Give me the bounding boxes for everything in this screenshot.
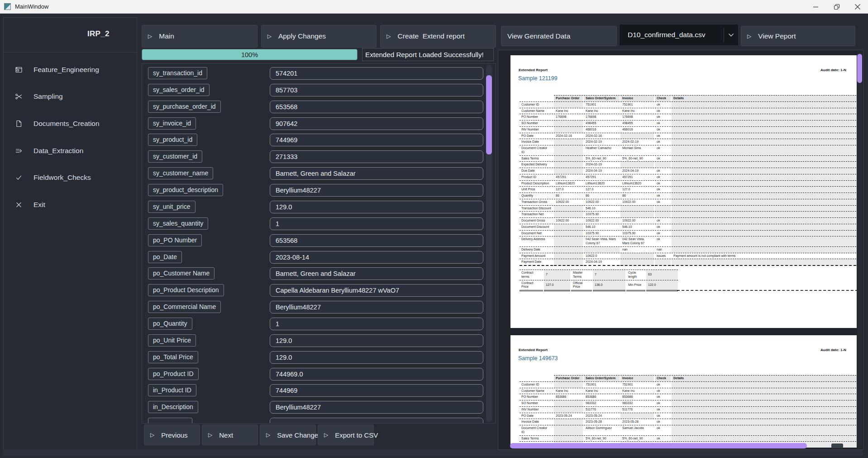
create-extend-report-button[interactable]: ▷ Create Extend report bbox=[380, 25, 496, 48]
form-row: po_Customer Name bbox=[142, 267, 496, 280]
contract-row: Contract Price127.0Official Price136.0Mi… bbox=[520, 280, 678, 292]
field-input-sy_customer_name[interactable] bbox=[270, 167, 483, 180]
report-vscroll-thumb[interactable] bbox=[857, 54, 862, 83]
report-row: Invoice Date2024-02-192024-02-19ok bbox=[520, 139, 857, 145]
sidebar-item-fieldwork_checks[interactable]: Fieldwork_Checks bbox=[4, 164, 137, 191]
field-input-partial[interactable] bbox=[270, 418, 483, 424]
field-label: po_PO Number bbox=[148, 234, 202, 246]
field-input-sy_customer_id[interactable] bbox=[270, 150, 483, 163]
main-button[interactable]: ▷ Main bbox=[142, 25, 258, 48]
minimize-button[interactable] bbox=[806, 0, 826, 13]
form-row: sy_product_description bbox=[142, 184, 496, 197]
field-input-sy_sales_quantity[interactable] bbox=[270, 217, 483, 230]
field-input-sy_sales_order_id[interactable] bbox=[270, 84, 483, 96]
sidebar-item-data_extraction[interactable]: Data_Extraction bbox=[4, 137, 137, 164]
field-input-po_Customer Name[interactable] bbox=[270, 267, 483, 280]
report-row: PO Number176698176698176698ok bbox=[520, 114, 857, 120]
field-input-po_Commercial Name[interactable] bbox=[270, 301, 483, 313]
report-row: Quantity868686ok bbox=[520, 193, 857, 199]
field-label: sy_customer_id bbox=[148, 150, 202, 163]
form-row: sy_sales_quantity bbox=[142, 217, 496, 230]
field-input-sy_product_id[interactable] bbox=[270, 134, 483, 146]
form-row: sy_customer_id bbox=[142, 150, 496, 163]
field-label: po_Total Price bbox=[148, 351, 198, 363]
form-row: in_Description bbox=[142, 401, 496, 414]
field-label: sy_customer_name bbox=[148, 167, 213, 179]
sidebar-item-sampling[interactable]: Sampling bbox=[4, 83, 137, 111]
field-input-po_PO Number[interactable] bbox=[270, 234, 483, 247]
field-input-in_Description[interactable] bbox=[270, 401, 483, 414]
field-label: in_Description bbox=[148, 401, 198, 413]
sidebar-nav: Feature_Engineering Sampling Documents_C… bbox=[4, 56, 137, 218]
report-vertical-scrollbar[interactable] bbox=[857, 51, 862, 448]
field-label: po_Customer Name bbox=[148, 267, 215, 280]
sidebar-item-documents_creation[interactable]: Documents_Creation bbox=[4, 110, 137, 137]
report-row: Payment Date2024-04-19 bbox=[520, 259, 857, 266]
report-row: PO Number853686853686853686ok bbox=[520, 394, 857, 400]
report-row: Sales Terms5%_60-net_905%_60-net_90ok bbox=[520, 435, 857, 442]
form-scrollbar-thumb[interactable] bbox=[486, 75, 492, 154]
restore-button[interactable] bbox=[826, 0, 847, 13]
field-label: sy_sales_quantity bbox=[148, 217, 208, 230]
report-row: Unit Price127.0127.0127.0ok bbox=[520, 186, 857, 193]
report-horizontal-scrollbar[interactable] bbox=[499, 443, 856, 448]
close-icon bbox=[15, 201, 24, 208]
field-input-po_Product Description[interactable] bbox=[270, 284, 483, 297]
field-label: sy_invoice_id bbox=[148, 117, 196, 130]
save-changes-button[interactable]: ▷ Save Changes bbox=[260, 424, 316, 445]
field-input-sy_invoice_id[interactable] bbox=[270, 117, 483, 130]
report-row: INV Number466016466016ok bbox=[520, 126, 857, 133]
report-row: Document Creator IDAllison DominguezSamu… bbox=[520, 425, 857, 435]
apply-changes-button[interactable]: ▷ Apply Changes bbox=[261, 25, 377, 48]
sidebar: IRP_2 Feature_Engineering Sampling Docum… bbox=[3, 17, 137, 455]
field-input-sy_purchase_order_id[interactable] bbox=[270, 101, 483, 113]
field-input-po_Product ID[interactable] bbox=[270, 368, 483, 381]
view-generated-data-button[interactable]: View Genrated Data bbox=[501, 26, 617, 46]
field-label: sy_unit_price bbox=[148, 201, 196, 213]
field-input-sy_transaction_id[interactable] bbox=[270, 67, 483, 80]
field-label: po_Commercial Name bbox=[148, 301, 221, 313]
document-icon bbox=[15, 120, 24, 127]
field-label: sy_product_id bbox=[148, 134, 197, 146]
export-csv-button[interactable]: ▷ Export to CSV bbox=[318, 424, 374, 445]
field-input-sy_unit_price[interactable] bbox=[270, 201, 483, 213]
sidebar-divider bbox=[4, 52, 137, 53]
run-icon: ▷ bbox=[150, 432, 154, 438]
form-row: sy_product_id bbox=[142, 134, 496, 146]
form-row: sy_unit_price bbox=[142, 201, 496, 213]
report-row: Delivery Datenannan bbox=[520, 246, 857, 253]
field-label: sy_product_description bbox=[148, 184, 223, 196]
report-table: Purchase OrderSales Order/SystemInvoiceC… bbox=[519, 375, 857, 448]
field-label: sy_purchase_order_id bbox=[148, 101, 221, 113]
report-row: Product ID457291457291457291ok bbox=[520, 174, 857, 180]
file-select-value: D10_confirmed_data.csv bbox=[620, 31, 724, 39]
form-row: sy_sales_order_id bbox=[142, 84, 496, 96]
report-hscroll-thumb[interactable] bbox=[510, 443, 807, 448]
field-label: po_Unit Price bbox=[148, 334, 196, 347]
field-input-po_Date[interactable] bbox=[270, 251, 483, 264]
report-row: Customer ID751901751901ok bbox=[520, 381, 857, 388]
field-label: sy_transaction_id bbox=[148, 67, 207, 79]
field-label: in_Product ID bbox=[148, 384, 196, 396]
form-row: po_Date bbox=[142, 251, 496, 264]
field-input-po_Quantity[interactable] bbox=[270, 318, 483, 330]
next-button[interactable]: ▷ Next bbox=[202, 424, 258, 445]
field-input-sy_product_description[interactable] bbox=[270, 184, 483, 197]
field-input-in_Product ID[interactable] bbox=[270, 384, 483, 397]
field-input-po_Total Price[interactable] bbox=[270, 351, 483, 364]
form-scrollbar[interactable] bbox=[486, 65, 492, 422]
sidebar-item-exit[interactable]: Exit bbox=[4, 191, 137, 218]
extract-icon bbox=[15, 147, 24, 154]
field-input-po_Unit Price[interactable] bbox=[270, 334, 483, 347]
previous-button[interactable]: ▷ Previous bbox=[144, 424, 200, 445]
report-row: Customer ID751901751901ok bbox=[520, 101, 857, 108]
report-preview-panel: Extended Report Audit date: 1-N Sample 1… bbox=[498, 50, 863, 450]
view-report-button[interactable]: ▷ View Peport bbox=[741, 26, 855, 46]
sidebar-item-feature_engineering[interactable]: Feature_Engineering bbox=[4, 56, 137, 83]
run-icon: ▷ bbox=[267, 33, 272, 39]
file-select-dropdown[interactable]: D10_confirmed_data.csv bbox=[619, 24, 739, 46]
report-row: Document Gross10922.0010922.0010922.00ok bbox=[520, 217, 857, 224]
report-row: Delivery Address042 Sean Vista, Mars Col… bbox=[520, 236, 857, 246]
field-label bbox=[148, 418, 192, 424]
close-window-button[interactable] bbox=[847, 0, 868, 13]
